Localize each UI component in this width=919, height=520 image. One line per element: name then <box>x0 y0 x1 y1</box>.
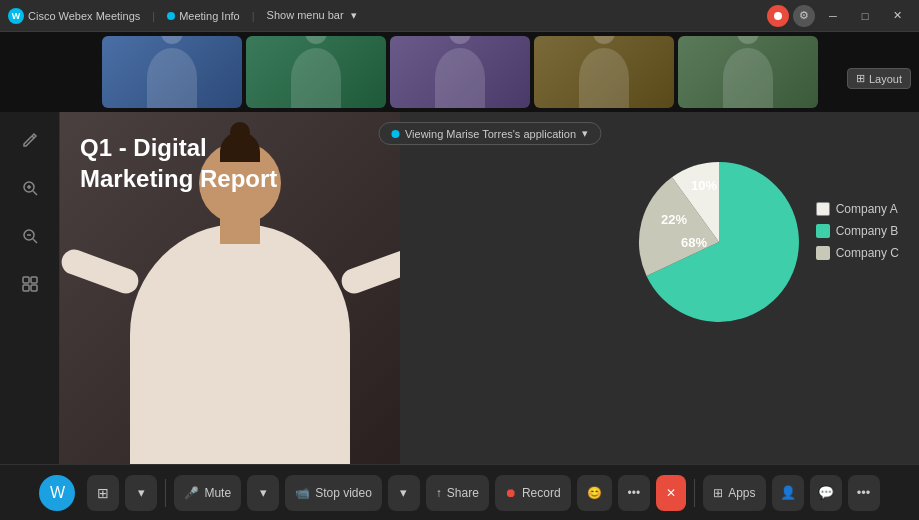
participant-video-2 <box>246 36 386 108</box>
viewing-dot-icon <box>391 130 399 138</box>
stop-video-button[interactable]: 📹 Stop video <box>285 475 382 511</box>
participant-video-5 <box>678 36 818 108</box>
svg-rect-11 <box>31 285 37 291</box>
settings-icon[interactable]: ⚙ <box>793 5 815 27</box>
show-menu-label: Show menu bar <box>267 9 344 21</box>
annotate-icon[interactable] <box>14 124 46 156</box>
window-controls: ⚙ ─ □ ✕ <box>767 5 911 27</box>
titlebar: W Cisco Webex Meetings | Meeting Info | … <box>0 0 919 32</box>
toolbar: W ⊞ ▾ 🎤 Mute ▾ 📹 Stop video ▾ ↑ Share ⏺ … <box>0 464 919 520</box>
mute-button[interactable]: 🎤 Mute <box>174 475 241 511</box>
app-name: Cisco Webex Meetings <box>28 10 140 22</box>
meeting-info-label: Meeting Info <box>179 10 240 22</box>
participant-thumb-5[interactable] <box>678 36 818 108</box>
reactions-button[interactable]: 😊 <box>577 475 612 511</box>
presentation-area: Q1 - Digital Marketing Report Viewing Ma… <box>60 112 919 464</box>
apps-icon: ⊞ <box>713 486 723 500</box>
participant-video-3 <box>390 36 530 108</box>
record-button[interactable]: ⏺ Record <box>495 475 571 511</box>
participant-thumb-2[interactable] <box>246 36 386 108</box>
svg-line-6 <box>33 239 37 243</box>
apps-label: Apps <box>728 486 755 500</box>
mute-label: Mute <box>204 486 231 500</box>
webex-home-button[interactable]: W <box>39 475 75 511</box>
recording-indicator <box>767 5 789 27</box>
more-icon: ••• <box>628 486 641 500</box>
slide-title-line1: Q1 - Digital <box>80 132 277 163</box>
pie-chart-svg: 68% 22% 10% <box>619 142 819 342</box>
layout-icon: ⊞ <box>856 72 865 85</box>
share-label: Share <box>447 486 479 500</box>
stop-video-chevron[interactable]: ▾ <box>388 475 420 511</box>
meeting-info-btn[interactable]: Meeting Info <box>167 10 240 22</box>
legend-label-c: Company C <box>836 246 899 260</box>
meeting-dot-icon <box>167 12 175 20</box>
viewing-banner[interactable]: Viewing Marise Torres's application ▾ <box>378 122 601 145</box>
webex-home-icon: W <box>50 484 65 502</box>
svg-rect-10 <box>23 285 29 291</box>
mic-icon: 🎤 <box>184 486 199 500</box>
chevron-icon: ▾ <box>582 127 588 140</box>
end-call-button[interactable]: ✕ <box>656 475 686 511</box>
reactions-icon: 😊 <box>587 486 602 500</box>
participant-thumb-3[interactable] <box>390 36 530 108</box>
participants-view-chevron[interactable]: ▾ <box>125 475 157 511</box>
separator-1: | <box>152 10 155 22</box>
pie-label-b: 68% <box>681 235 707 250</box>
end-call-icon: ✕ <box>666 486 676 500</box>
slide-title-line2: Marketing Report <box>80 163 277 194</box>
grid-icon[interactable] <box>14 268 46 300</box>
webex-icon: W <box>8 8 24 24</box>
participants-button[interactable]: 👤 <box>772 475 804 511</box>
legend-color-b <box>816 224 830 238</box>
record-dot-icon <box>774 12 782 20</box>
participant-thumb-4[interactable] <box>534 36 674 108</box>
legend-item-b: Company B <box>816 224 899 238</box>
participants-view-icon: ⊞ <box>97 485 109 501</box>
layout-button[interactable]: ⊞ Layout <box>847 68 911 89</box>
viewing-text: Viewing Marise Torres's application <box>405 128 576 140</box>
svg-line-2 <box>33 191 37 195</box>
more-button[interactable]: ••• <box>618 475 651 511</box>
stop-video-label: Stop video <box>315 486 372 500</box>
toolbar-divider-1 <box>165 479 166 507</box>
app-logo: W Cisco Webex Meetings <box>8 8 140 24</box>
mute-chevron[interactable]: ▾ <box>247 475 279 511</box>
more-right-button[interactable]: ••• <box>848 475 880 511</box>
svg-line-0 <box>32 136 34 138</box>
zoom-in-icon[interactable] <box>14 172 46 204</box>
pie-chart-area: 68% 22% 10% Company A Company B Company … <box>619 142 899 402</box>
main-area: Q1 - Digital Marketing Report Viewing Ma… <box>0 112 919 464</box>
legend-label-b: Company B <box>836 224 899 238</box>
close-button[interactable]: ✕ <box>883 6 911 26</box>
share-button[interactable]: ↑ Share <box>426 475 489 511</box>
chat-icon: 💬 <box>818 485 834 500</box>
participant-thumb-1[interactable] <box>102 36 242 108</box>
share-icon: ↑ <box>436 486 442 500</box>
legend-item-a: Company A <box>816 202 899 216</box>
participants-view-button[interactable]: ⊞ <box>87 475 119 511</box>
minimize-button[interactable]: ─ <box>819 6 847 26</box>
svg-rect-8 <box>23 277 29 283</box>
pie-label-c: 22% <box>661 212 687 227</box>
slide-title-area: Q1 - Digital Marketing Report <box>80 132 277 194</box>
chevron-down-icon: ▾ <box>351 9 357 21</box>
more-right-icon: ••• <box>857 485 871 500</box>
toolbar-divider-2 <box>694 479 695 507</box>
show-menu-btn[interactable]: Show menu bar ▾ <box>267 9 357 22</box>
zoom-out-icon[interactable] <box>14 220 46 252</box>
pie-label-a: 10% <box>691 178 717 193</box>
participant-video-4 <box>534 36 674 108</box>
legend-label-a: Company A <box>836 202 898 216</box>
apps-button[interactable]: ⊞ Apps <box>703 475 765 511</box>
video-icon: 📹 <box>295 486 310 500</box>
participant-video-1 <box>102 36 242 108</box>
maximize-button[interactable]: □ <box>851 6 879 26</box>
record-icon: ⏺ <box>505 486 517 500</box>
chart-legend: Company A Company B Company C <box>816 202 899 260</box>
record-label: Record <box>522 486 561 500</box>
legend-color-a <box>816 202 830 216</box>
chat-button[interactable]: 💬 <box>810 475 842 511</box>
left-sidebar <box>0 112 60 464</box>
legend-item-c: Company C <box>816 246 899 260</box>
